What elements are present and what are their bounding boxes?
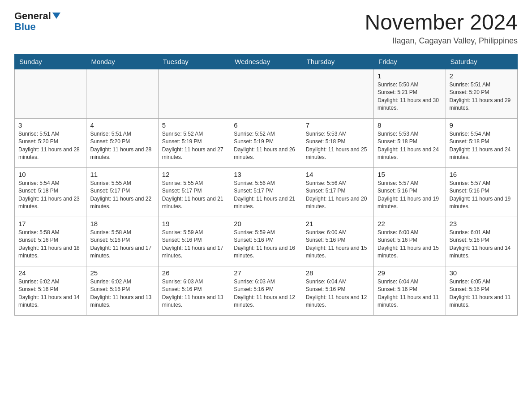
day-info: Sunrise: 6:00 AMSunset: 5:16 PMDaylight:… [306, 229, 370, 260]
calendar-cell: 9Sunrise: 5:54 AMSunset: 5:18 PMDaylight… [446, 118, 517, 167]
calendar-cell: 10Sunrise: 5:54 AMSunset: 5:18 PMDayligh… [15, 167, 86, 217]
day-number: 18 [90, 220, 154, 227]
day-number: 1 [378, 72, 442, 80]
calendar-cell: 28Sunrise: 6:04 AMSunset: 5:16 PMDayligh… [302, 266, 373, 315]
day-number: 6 [234, 121, 298, 129]
logo-general-text: General [14, 11, 51, 21]
day-number: 3 [18, 121, 82, 129]
day-info: Sunrise: 5:59 AMSunset: 5:16 PMDaylight:… [234, 229, 298, 260]
calendar-cell: 20Sunrise: 5:59 AMSunset: 5:16 PMDayligh… [230, 217, 302, 266]
calendar-cell: 17Sunrise: 5:58 AMSunset: 5:16 PMDayligh… [15, 217, 86, 266]
calendar-cell [15, 69, 86, 118]
logo-triangle-icon [52, 13, 60, 19]
day-number: 2 [450, 72, 514, 80]
day-info: Sunrise: 5:55 AMSunset: 5:17 PMDaylight:… [162, 180, 226, 211]
calendar-cell [230, 69, 302, 118]
day-info: Sunrise: 5:54 AMSunset: 5:18 PMDaylight:… [18, 180, 82, 211]
day-info: Sunrise: 5:57 AMSunset: 5:16 PMDaylight:… [450, 180, 514, 211]
day-number: 29 [378, 269, 442, 277]
header-day-thursday: Thursday [302, 54, 373, 69]
calendar-cell: 8Sunrise: 5:53 AMSunset: 5:18 PMDaylight… [374, 118, 446, 167]
day-info: Sunrise: 5:50 AMSunset: 5:21 PMDaylight:… [378, 81, 442, 112]
header-day-friday: Friday [374, 54, 446, 69]
calendar-cell: 19Sunrise: 5:59 AMSunset: 5:16 PMDayligh… [158, 217, 230, 266]
day-number: 24 [18, 269, 82, 277]
calendar-cell: 3Sunrise: 5:51 AMSunset: 5:20 PMDaylight… [15, 118, 86, 167]
logo-blue-text: Blue [14, 21, 36, 32]
day-number: 7 [306, 121, 370, 129]
day-number: 22 [378, 220, 442, 227]
day-info: Sunrise: 6:04 AMSunset: 5:16 PMDaylight:… [378, 278, 442, 309]
day-number: 30 [450, 269, 514, 277]
calendar-cell: 24Sunrise: 6:02 AMSunset: 5:16 PMDayligh… [15, 266, 86, 315]
day-info: Sunrise: 6:01 AMSunset: 5:16 PMDaylight:… [450, 229, 514, 260]
day-number: 8 [378, 121, 442, 129]
day-info: Sunrise: 6:02 AMSunset: 5:16 PMDaylight:… [18, 278, 82, 309]
day-info: Sunrise: 6:02 AMSunset: 5:16 PMDaylight:… [90, 278, 154, 309]
calendar-cell: 4Sunrise: 5:51 AMSunset: 5:20 PMDaylight… [86, 118, 158, 167]
day-info: Sunrise: 6:05 AMSunset: 5:16 PMDaylight:… [450, 278, 514, 309]
day-number: 25 [90, 269, 154, 277]
day-number: 16 [450, 171, 514, 178]
day-number: 11 [90, 171, 154, 178]
calendar-week-row: 24Sunrise: 6:02 AMSunset: 5:16 PMDayligh… [15, 266, 518, 315]
calendar-cell: 16Sunrise: 5:57 AMSunset: 5:16 PMDayligh… [446, 167, 517, 217]
calendar-cell [86, 69, 158, 118]
day-info: Sunrise: 6:03 AMSunset: 5:16 PMDaylight:… [234, 278, 298, 309]
calendar-header-row: SundayMondayTuesdayWednesdayThursdayFrid… [15, 54, 518, 69]
calendar-cell: 27Sunrise: 6:03 AMSunset: 5:16 PMDayligh… [230, 266, 302, 315]
calendar-cell: 14Sunrise: 5:56 AMSunset: 5:17 PMDayligh… [302, 167, 373, 217]
day-number: 26 [162, 269, 226, 277]
calendar-week-row: 1Sunrise: 5:50 AMSunset: 5:21 PMDaylight… [15, 69, 518, 118]
calendar-cell: 18Sunrise: 5:58 AMSunset: 5:16 PMDayligh… [86, 217, 158, 266]
day-number: 9 [450, 121, 514, 129]
header-day-saturday: Saturday [446, 54, 517, 69]
header-day-wednesday: Wednesday [230, 54, 302, 69]
calendar-cell: 7Sunrise: 5:53 AMSunset: 5:18 PMDaylight… [302, 118, 373, 167]
calendar-cell: 29Sunrise: 6:04 AMSunset: 5:16 PMDayligh… [374, 266, 446, 315]
calendar-week-row: 3Sunrise: 5:51 AMSunset: 5:20 PMDaylight… [15, 118, 518, 167]
day-number: 15 [378, 171, 442, 178]
header-day-tuesday: Tuesday [158, 54, 230, 69]
calendar-cell: 15Sunrise: 5:57 AMSunset: 5:16 PMDayligh… [374, 167, 446, 217]
calendar-cell: 26Sunrise: 6:03 AMSunset: 5:16 PMDayligh… [158, 266, 230, 315]
day-number: 21 [306, 220, 370, 227]
calendar-cell: 2Sunrise: 5:51 AMSunset: 5:20 PMDaylight… [446, 69, 517, 118]
calendar-cell [302, 69, 373, 118]
title-block: November 2024 Ilagan, Cagayan Valley, Ph… [365, 11, 518, 46]
day-number: 20 [234, 220, 298, 227]
day-info: Sunrise: 5:53 AMSunset: 5:18 PMDaylight:… [306, 130, 370, 162]
day-info: Sunrise: 5:58 AMSunset: 5:16 PMDaylight:… [90, 229, 154, 260]
day-info: Sunrise: 5:53 AMSunset: 5:18 PMDaylight:… [378, 130, 442, 162]
day-info: Sunrise: 5:55 AMSunset: 5:17 PMDaylight:… [90, 180, 154, 211]
header-day-monday: Monday [86, 54, 158, 69]
calendar-cell: 1Sunrise: 5:50 AMSunset: 5:21 PMDaylight… [374, 69, 446, 118]
calendar-cell: 25Sunrise: 6:02 AMSunset: 5:16 PMDayligh… [86, 266, 158, 315]
calendar-cell: 23Sunrise: 6:01 AMSunset: 5:16 PMDayligh… [446, 217, 517, 266]
logo: General Blue [14, 11, 60, 32]
calendar-cell: 13Sunrise: 5:56 AMSunset: 5:17 PMDayligh… [230, 167, 302, 217]
calendar-cell: 12Sunrise: 5:55 AMSunset: 5:17 PMDayligh… [158, 167, 230, 217]
calendar-table: SundayMondayTuesdayWednesdayThursdayFrid… [14, 54, 518, 316]
day-number: 27 [234, 269, 298, 277]
day-info: Sunrise: 6:00 AMSunset: 5:16 PMDaylight:… [378, 229, 442, 260]
day-info: Sunrise: 5:58 AMSunset: 5:16 PMDaylight:… [18, 229, 82, 260]
day-info: Sunrise: 5:56 AMSunset: 5:17 PMDaylight:… [234, 180, 298, 211]
day-info: Sunrise: 5:54 AMSunset: 5:18 PMDaylight:… [450, 130, 514, 162]
calendar-cell: 30Sunrise: 6:05 AMSunset: 5:16 PMDayligh… [446, 266, 517, 315]
calendar-cell: 22Sunrise: 6:00 AMSunset: 5:16 PMDayligh… [374, 217, 446, 266]
calendar-cell: 5Sunrise: 5:52 AMSunset: 5:19 PMDaylight… [158, 118, 230, 167]
location-subtitle: Ilagan, Cagayan Valley, Philippines [365, 36, 518, 46]
calendar-cell [158, 69, 230, 118]
day-info: Sunrise: 5:57 AMSunset: 5:16 PMDaylight:… [378, 180, 442, 211]
day-number: 14 [306, 171, 370, 178]
day-number: 17 [18, 220, 82, 227]
page-header: General Blue November 2024 Ilagan, Cagay… [14, 11, 518, 46]
calendar-week-row: 17Sunrise: 5:58 AMSunset: 5:16 PMDayligh… [15, 217, 518, 266]
day-info: Sunrise: 5:52 AMSunset: 5:19 PMDaylight:… [234, 130, 298, 162]
day-number: 19 [162, 220, 226, 227]
day-number: 5 [162, 121, 226, 129]
day-info: Sunrise: 5:51 AMSunset: 5:20 PMDaylight:… [90, 130, 154, 162]
day-info: Sunrise: 5:56 AMSunset: 5:17 PMDaylight:… [306, 180, 370, 211]
calendar-cell: 21Sunrise: 6:00 AMSunset: 5:16 PMDayligh… [302, 217, 373, 266]
